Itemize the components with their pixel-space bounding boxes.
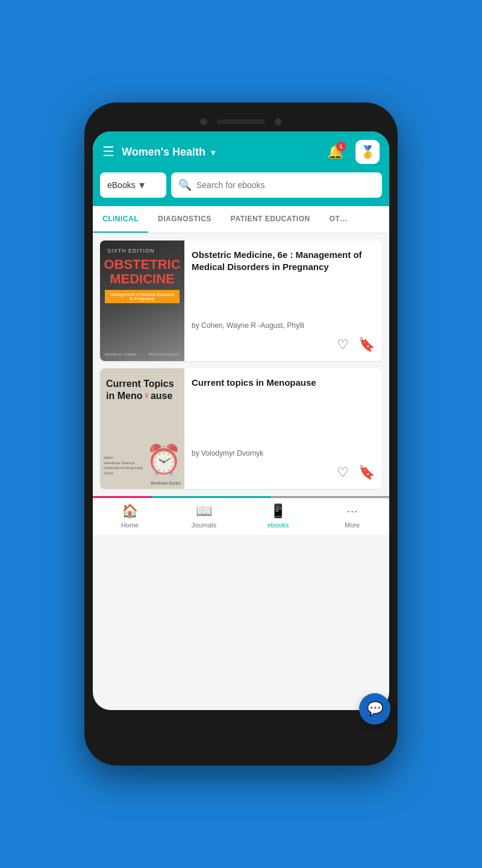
meno-title: Current Topics in Meno♀ause xyxy=(106,378,174,403)
dropdown-label: eBooks xyxy=(107,180,136,190)
meno-title-line1: Current Topics xyxy=(106,379,174,389)
book-actions-obstetric: ♡ 🔖 xyxy=(192,337,375,353)
ebooks-dropdown[interactable]: eBooks ▾ xyxy=(100,172,166,198)
book-cover-menopause[interactable]: Current Topics in Meno♀ause ⏰ EditorVolo… xyxy=(100,368,184,489)
header-title-text: Women's Health xyxy=(122,146,205,158)
tabs-row: CLINICAL DIAGNOSTICS PATIENT EDUCATION O… xyxy=(93,206,389,233)
hamburger-icon[interactable]: ☰ xyxy=(102,144,114,160)
nav-item-home[interactable]: 🏠 Home xyxy=(112,503,148,529)
cover-subtitle: Management of Medical Disorders in Pregn… xyxy=(108,292,176,301)
book-list: SIXTH EDITION OBSTETRICMEDICINE Manageme… xyxy=(93,233,389,496)
clock-icon: ⏰ xyxy=(146,443,182,477)
app-header: ☰ Women's Health ▾ 🔔 1 🥇 xyxy=(93,131,389,172)
ebooks-icon: 📱 xyxy=(270,503,286,519)
more-icon: ··· xyxy=(346,503,357,519)
book-info-obstetric: Obstetric Medicine, 6e : Management of M… xyxy=(184,241,382,361)
editor-text: EditorVolodymyr DvornykUniversity of Hon… xyxy=(104,455,143,476)
tab-patient-education[interactable]: PATIENT EDUCATION xyxy=(221,206,320,233)
bookmark-button-menopause[interactable]: 🔖 xyxy=(358,465,375,480)
book-author-menopause: by Volodymyr Dvornyk xyxy=(192,449,375,458)
home-icon: 🏠 xyxy=(122,503,138,519)
tab-clinical[interactable]: CLINICAL xyxy=(93,206,148,233)
nav-label-journals: Journals xyxy=(192,521,217,529)
search-icon: 🔍 xyxy=(178,178,192,192)
phone-frame: ☰ Women's Health ▾ 🔔 1 🥇 eBooks ▾ 🔍 xyxy=(84,102,398,766)
search-input[interactable] xyxy=(196,180,375,190)
chat-icon: 💬 xyxy=(367,701,383,710)
journals-icon: 📖 xyxy=(196,503,212,519)
cover-authors: WAYNE R. COHEN PHYLLIS AUGUST xyxy=(100,353,184,356)
cover-main-title: OBSTETRICMEDICINE xyxy=(104,257,180,286)
nav-item-more[interactable]: ··· More xyxy=(334,503,371,529)
dropdown-arrow-icon[interactable]: ▾ xyxy=(211,148,215,157)
book-title-menopause: Current topics in Menopause xyxy=(192,377,375,389)
book-info-menopause: Current topics in Menopause by Volodymyr… xyxy=(184,368,382,489)
book-card-menopause: Current Topics in Meno♀ause ⏰ EditorVolo… xyxy=(100,368,382,489)
book-author-obstetric: by Cohen, Wayne R -August, Phylli xyxy=(192,321,375,330)
bookmark-button-obstetric[interactable]: 🔖 xyxy=(358,337,375,353)
camera-dot-right xyxy=(275,118,282,125)
nav-label-home: Home xyxy=(121,521,139,529)
nav-label-more: More xyxy=(345,521,360,529)
award-icon: 🥇 xyxy=(360,145,375,159)
award-button[interactable]: 🥇 xyxy=(355,140,380,164)
bottom-nav: 🏠 Home 📖 Journals 📱 ebooks ··· More xyxy=(93,498,389,535)
search-input-wrap: 🔍 xyxy=(171,172,382,198)
book-actions-menopause: ♡ 🔖 xyxy=(192,465,375,480)
header-title: Women's Health ▾ xyxy=(122,146,320,159)
nav-item-journals[interactable]: 📖 Journals xyxy=(186,503,222,529)
publisher-text: Bentham Books xyxy=(151,481,181,485)
author2: PHYLLIS AUGUST xyxy=(149,353,180,356)
tab-other[interactable]: OT… xyxy=(320,206,357,233)
book-cover-obstetric[interactable]: SIXTH EDITION OBSTETRICMEDICINE Manageme… xyxy=(100,241,184,361)
phone-top-bar xyxy=(93,113,389,131)
tab-diagnostics[interactable]: DIAGNOSTICS xyxy=(148,206,221,233)
like-button-menopause[interactable]: ♡ xyxy=(337,465,349,480)
search-bar-row: eBooks ▾ 🔍 xyxy=(93,172,389,206)
meno-symbol: ♀ xyxy=(142,389,151,401)
book-card-obstetric: SIXTH EDITION OBSTETRICMEDICINE Manageme… xyxy=(100,241,382,361)
phone-screen: ☰ Women's Health ▾ 🔔 1 🥇 eBooks ▾ 🔍 xyxy=(93,131,389,710)
chat-fab[interactable]: 💬 xyxy=(359,693,389,710)
edition-text: SIXTH EDITION xyxy=(107,248,155,254)
notification-badge: 1 xyxy=(336,142,346,151)
notification-button[interactable]: 🔔 1 xyxy=(327,144,343,160)
camera-dot xyxy=(200,118,207,125)
chevron-down-icon: ▾ xyxy=(139,178,145,192)
book-title-obstetric: Obstetric Medicine, 6e : Management of M… xyxy=(192,249,375,272)
author1: WAYNE R. COHEN xyxy=(105,353,136,356)
speaker xyxy=(217,119,265,124)
like-button-obstetric[interactable]: ♡ xyxy=(337,337,349,353)
nav-item-ebooks[interactable]: 📱 ebooks xyxy=(260,503,296,529)
nav-label-ebooks: ebooks xyxy=(268,521,289,529)
